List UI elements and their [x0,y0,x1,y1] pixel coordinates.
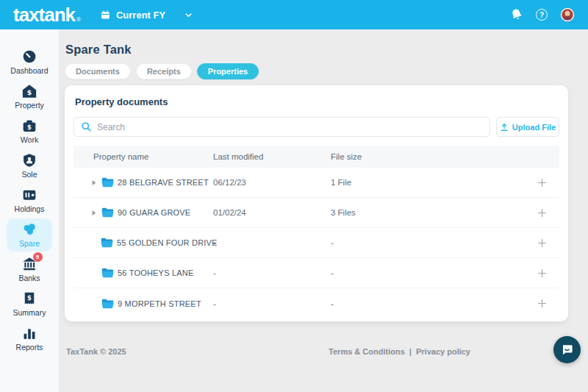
sidebar-item-banks[interactable]: 5Banks [7,253,52,286]
add-file-button[interactable] [537,177,548,188]
table-row: 56 TOOHEYS LANE-- [74,258,559,288]
dashboard-icon [22,49,37,64]
property-icon: $ [22,83,37,99]
sidebar-item-reports[interactable]: Reports [7,322,52,355]
registered-mark: ® [76,16,80,23]
add-file-button[interactable] [537,268,548,279]
property-name-cell: 90 GUARA GROVE [91,207,213,218]
property-documents-panel: Property documents Upload File Property … [65,85,568,321]
last-modified-value: - [213,268,331,277]
sidebar-item-label: Sole [21,170,37,179]
upload-icon [500,123,509,132]
last-modified-value: 06/12/23 [213,178,331,187]
last-modified-value: - [213,299,331,308]
logo-text: taxtank [13,4,75,26]
holdings-icon [22,187,37,202]
sidebar-item-summary[interactable]: $Summary [7,288,52,321]
top-bar: taxtank® Current FY ? [0,0,588,29]
expand-chevron-icon[interactable] [91,210,98,216]
tab-bar: DocumentsReceiptsProperties [65,63,568,79]
sidebar-item-label: Reports [16,343,43,352]
upload-file-button[interactable]: Upload File [496,117,559,137]
folder-icon [101,299,114,309]
sidebar-item-spare[interactable]: Spare [7,218,52,252]
page-title: Spare Tank [65,43,568,57]
privacy-link[interactable]: Privacy policy [416,347,470,356]
table-body: 28 BELGRAVE STREET06/12/231 File90 GUARA… [74,168,559,318]
table-header: Property name Last modified File size [74,146,559,168]
chat-bubble-icon [560,343,574,357]
link-separator: | [409,347,412,356]
column-header-last-modified: Last modified [213,152,331,161]
sidebar-item-label: Spare [19,239,40,248]
search-row: Upload File [74,117,559,137]
folder-icon [101,238,113,248]
tab-documents[interactable]: Documents [65,63,131,79]
column-header-file-size: File size [331,152,530,161]
sidebar-item-label: Property [15,101,44,110]
file-size-value: 1 File [331,178,530,187]
add-file-button[interactable] [537,298,548,309]
file-size-value: 3 Files [331,208,530,217]
sidebar-item-label: Summary [13,308,46,317]
property-name-cell: 56 TOOHEYS LANE [91,268,213,278]
last-modified-value: - [213,238,331,247]
sidebar-item-label: Banks [18,274,40,282]
copyright-text: TaxTank © 2025 [66,347,126,356]
notifications-bell-icon[interactable] [510,8,523,21]
chat-button[interactable] [553,336,581,363]
search-box[interactable] [74,117,490,137]
financial-year-selector[interactable]: Current FY [101,10,193,21]
work-icon: $ [22,118,37,133]
search-input[interactable] [97,122,483,132]
folder-icon [101,268,114,278]
table-row: 28 BELGRAVE STREET06/12/231 File [74,168,559,198]
sidebar-item-label: Holdings [15,204,45,213]
expand-chevron-icon[interactable] [91,179,98,186]
svg-text:$: $ [27,123,32,130]
footer: TaxTank © 2025 Terms & Conditions | Priv… [66,347,470,356]
tab-receipts[interactable]: Receipts [136,63,192,79]
sidebar-item-dashboard[interactable]: Dashboard [7,46,52,79]
sidebar-item-holdings[interactable]: Holdings [7,184,52,217]
property-name[interactable]: 9 MORPETH STREET [118,299,201,308]
reports-icon [22,325,37,341]
upload-file-label: Upload File [512,123,556,132]
file-size-value: - [331,299,530,308]
sidebar-item-work[interactable]: $Work [7,115,52,148]
sidebar-nav: Dashboard$Property$WorkSoleHoldingsSpare… [0,29,59,392]
folder-icon [101,177,114,188]
help-icon[interactable]: ? [536,9,548,21]
sole-icon [22,152,37,168]
sidebar-item-label: Dashboard [10,66,48,75]
banks-icon: 5 [22,256,37,271]
svg-text:$: $ [27,88,32,96]
sidebar-item-sole[interactable]: Sole [7,149,52,182]
add-file-button[interactable] [537,238,548,249]
search-icon [81,121,92,132]
sidebar-item-label: Work [21,135,38,144]
table-row: 55 GOLDEN FOUR DRIVE-- [74,228,559,258]
property-name[interactable]: 56 TOOHEYS LANE [118,268,193,277]
property-name[interactable]: 28 BELGRAVE STREET [118,178,209,187]
last-modified-value: 01/02/24 [213,208,331,217]
financial-year-label: Current FY [116,10,165,21]
tab-properties[interactable]: Properties [197,63,259,79]
add-file-button[interactable] [537,207,548,218]
user-avatar[interactable] [560,7,575,22]
app-logo[interactable]: taxtank® [13,5,80,24]
main-content: Spare Tank DocumentsReceiptsProperties P… [59,29,588,392]
top-actions: ? [510,7,575,22]
panel-title: Property documents [75,96,559,107]
property-name[interactable]: 55 GOLDEN FOUR DRIVE [117,238,218,247]
footer-links: Terms & Conditions | Privacy policy [329,347,470,356]
sidebar-item-property[interactable]: $Property [7,80,52,113]
svg-text:$: $ [27,294,32,302]
table-row: 9 MORPETH STREET-- [74,288,559,318]
spare-icon [22,221,37,237]
property-name[interactable]: 90 GUARA GROVE [118,208,190,217]
column-header-property-name: Property name [93,152,213,161]
property-name-cell: 28 BELGRAVE STREET [91,177,213,188]
folder-icon [101,207,114,218]
terms-link[interactable]: Terms & Conditions [329,347,405,356]
